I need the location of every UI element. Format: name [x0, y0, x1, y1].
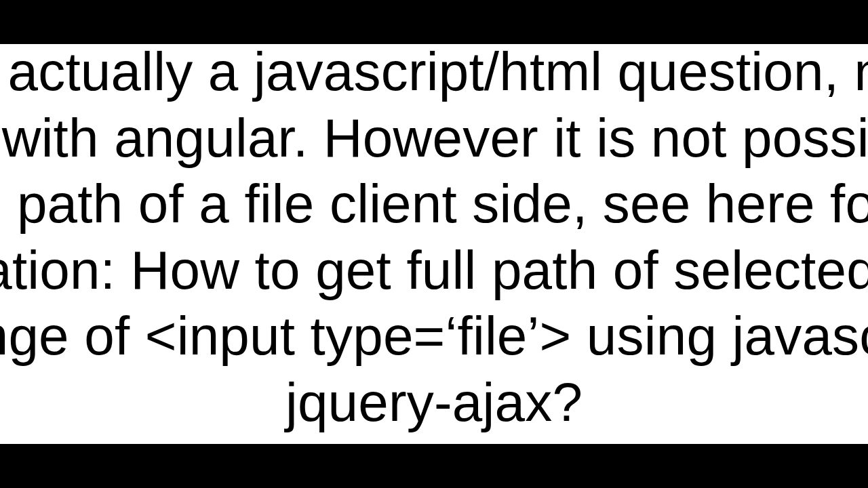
content-band: This is actually a javascript/html quest… — [0, 44, 868, 444]
body-text: This is actually a javascript/html quest… — [0, 44, 868, 436]
video-frame: This is actually a javascript/html quest… — [0, 0, 868, 488]
